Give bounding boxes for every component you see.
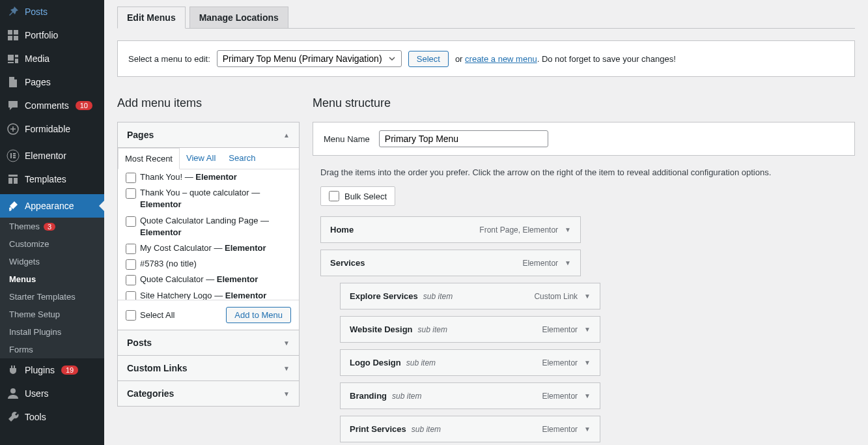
accordion-posts-head[interactable]: Posts ▼: [118, 330, 299, 355]
select-all-label[interactable]: Select All: [126, 310, 175, 321]
submenu-item-widgets[interactable]: Widgets: [0, 253, 104, 270]
page-checkbox[interactable]: [126, 291, 136, 300]
add-menu-items-column: Add menu items Pages ▲ Most Recent View …: [117, 96, 300, 445]
sidebar-item-label: Portfolio: [25, 30, 58, 40]
sidebar-item-label: Plugins: [25, 365, 55, 375]
subtab-most-recent[interactable]: Most Recent: [118, 148, 180, 169]
caret-down-icon[interactable]: ▼: [584, 359, 591, 366]
sidebar-item-users[interactable]: Users: [0, 382, 104, 405]
svg-rect-3: [14, 36, 18, 40]
svg-rect-2: [8, 36, 12, 40]
subtab-search[interactable]: Search: [222, 148, 262, 169]
sidebar-item-label: Pages: [25, 77, 51, 87]
add-to-menu-button[interactable]: Add to Menu: [226, 307, 291, 323]
pin-icon: [7, 5, 20, 18]
instructions-text: Drag the items into the order you prefer…: [313, 167, 855, 177]
sidebar-item-templates[interactable]: Templates: [0, 167, 104, 191]
submenu-item-menus[interactable]: Menus: [0, 270, 104, 288]
caret-down-icon: ▼: [283, 365, 290, 372]
page-checkbox[interactable]: [126, 188, 136, 199]
bulk-select-checkbox[interactable]: [329, 191, 339, 201]
submenu-item-theme-setup[interactable]: Theme Setup: [0, 306, 104, 323]
sidebar-item-label: Templates: [25, 174, 66, 184]
pages-checklist: Thank You! — ElementorThank You – quote …: [118, 169, 299, 300]
caret-up-icon: ▲: [283, 132, 290, 139]
media-icon: [7, 52, 20, 65]
menu-item[interactable]: Brandingsub itemElementor▼: [340, 382, 600, 409]
sidebar-item-comments[interactable]: Comments10: [0, 94, 104, 117]
menu-name-label: Menu Name: [324, 134, 370, 144]
sidebar-item-posts[interactable]: Posts: [0, 0, 104, 23]
tab-edit-menus[interactable]: Edit Menus: [117, 7, 186, 29]
page-checklist-item[interactable]: My Cost Calculator — Elementor: [126, 240, 291, 256]
page-checkbox[interactable]: [126, 275, 136, 285]
tab-manage-locations[interactable]: Manage Locations: [189, 7, 288, 29]
menu-select-row: Select a menu to edit: Primary Top Menu …: [117, 40, 855, 77]
menu-item-subtext: sub item: [418, 325, 447, 334]
page-checkbox[interactable]: [126, 173, 136, 183]
submenu-item-themes[interactable]: Themes3: [0, 218, 104, 235]
caret-down-icon[interactable]: ▼: [584, 392, 591, 399]
menu-item[interactable]: ServicesElementor▼: [320, 250, 581, 276]
page-checklist-item[interactable]: Site Hatchery Logo — Elementor: [126, 288, 291, 300]
bulk-select-label[interactable]: Bulk Select: [320, 186, 395, 206]
caret-down-icon[interactable]: ▼: [584, 425, 591, 433]
page-checklist-item[interactable]: #5783 (no title): [126, 256, 291, 272]
menu-item-title: Print Services: [350, 424, 406, 434]
menu-item-title: Explore Services: [350, 291, 418, 301]
menu-item-type: Elementor: [542, 358, 578, 367]
menu-item-subtext: sub item: [392, 392, 421, 401]
menu-item-title: Website Design: [350, 324, 413, 334]
caret-down-icon[interactable]: ▼: [565, 226, 571, 233]
caret-down-icon[interactable]: ▼: [584, 326, 591, 333]
page-checkbox[interactable]: [126, 216, 136, 227]
badge: 19: [61, 366, 78, 375]
caret-down-icon: ▼: [283, 339, 290, 347]
accordion-pages-head[interactable]: Pages ▲: [118, 122, 299, 147]
sidebar-item-elementor[interactable]: Elementor: [0, 144, 104, 167]
badge: 10: [76, 101, 92, 110]
caret-down-icon[interactable]: ▼: [565, 259, 571, 266]
submenu-item-install-plugins[interactable]: Install Plugins: [0, 323, 104, 341]
sidebar-item-media[interactable]: Media: [0, 47, 104, 70]
select-all-checkbox[interactable]: [126, 310, 136, 321]
menu-item[interactable]: Print Servicessub itemElementor▼: [340, 416, 600, 442]
brush-icon: [7, 199, 20, 212]
page-checkbox[interactable]: [126, 259, 136, 270]
sidebar-item-pages[interactable]: Pages: [0, 70, 104, 94]
submenu-item-starter-templates[interactable]: Starter Templates: [0, 288, 104, 306]
select-button[interactable]: Select: [408, 51, 449, 67]
menu-item[interactable]: Logo Designsub itemElementor▼: [340, 349, 600, 376]
plugin-icon: [7, 364, 20, 377]
page-checklist-item[interactable]: Thank You! — Elementor: [126, 169, 291, 185]
svg-rect-9: [13, 157, 16, 158]
svg-rect-7: [13, 153, 16, 154]
create-new-menu-link[interactable]: create a new menu: [465, 54, 537, 64]
menu-name-input[interactable]: [379, 130, 548, 147]
caret-down-icon[interactable]: ▼: [584, 293, 591, 300]
page-checklist-item[interactable]: Quote Calculator — Elementor: [126, 272, 291, 287]
accordion-custom-links-head[interactable]: Custom Links ▼: [118, 355, 299, 380]
form-icon: [7, 122, 20, 136]
menu-select-dropdown[interactable]: Primary Top Menu (Primary Navigation): [217, 50, 402, 67]
submenu-item-forms[interactable]: Forms: [0, 341, 104, 358]
sidebar-item-portfolio[interactable]: Portfolio: [0, 23, 104, 47]
main-content: Edit Menus Manage Locations Select a men…: [104, 0, 868, 445]
sidebar-item-formidable[interactable]: Formidable: [0, 117, 104, 141]
menu-item[interactable]: Website Designsub itemElementor▼: [340, 316, 600, 343]
menu-item[interactable]: Explore Servicessub itemCustom Link▼: [340, 283, 600, 309]
page-checklist-item[interactable]: Thank You – quote calculator — Elementor: [126, 185, 291, 212]
menu-item[interactable]: HomeFront Page, Elementor▼: [320, 216, 581, 243]
sidebar-item-appearance[interactable]: Appearance: [0, 194, 104, 218]
accordion-categories-head[interactable]: Categories ▼: [118, 380, 299, 406]
subtab-view-all[interactable]: View All: [180, 148, 222, 169]
sidebar-item-tools[interactable]: Tools: [0, 405, 104, 429]
page-checkbox[interactable]: [126, 244, 136, 254]
sidebar-item-label: Posts: [25, 7, 48, 17]
admin-sidebar: PostsPortfolioMediaPagesComments10Formid…: [0, 0, 104, 445]
sidebar-item-plugins[interactable]: Plugins19: [0, 358, 104, 382]
menu-item-title: Branding: [350, 391, 387, 401]
page-checklist-item[interactable]: Quote Calculator Landing Page — Elemento…: [126, 213, 291, 240]
sidebar-item-label: Users: [25, 388, 49, 399]
submenu-item-customize[interactable]: Customize: [0, 235, 104, 253]
